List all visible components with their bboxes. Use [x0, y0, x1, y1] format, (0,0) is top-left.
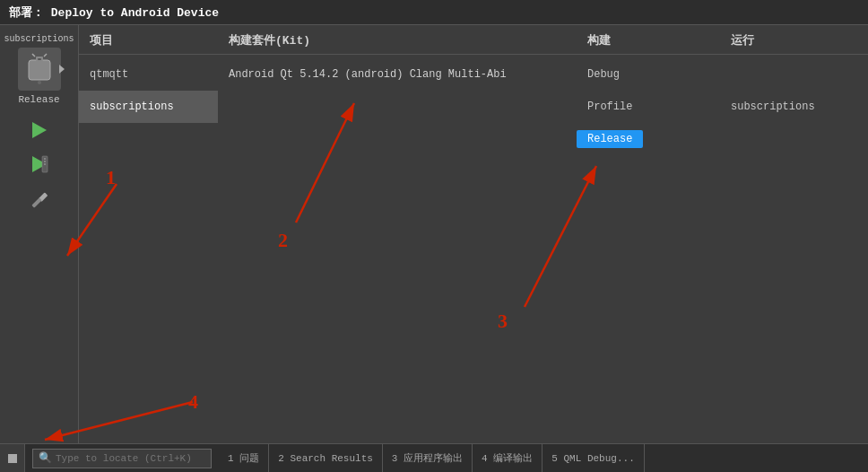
run-button[interactable]	[23, 116, 56, 144]
hammer-icon	[30, 188, 49, 208]
left-sidebar: subscriptions Release	[0, 25, 79, 443]
build-options-cell: Debug Profile Release	[577, 58, 720, 155]
stop-button[interactable]	[0, 444, 25, 473]
debug-run-icon	[30, 154, 49, 174]
build-button[interactable]	[23, 184, 56, 213]
search-input[interactable]	[56, 453, 199, 464]
header-title: 部署： Deploy to Android Device	[9, 4, 219, 21]
run-cell-subscriptions: subscriptions	[720, 91, 864, 123]
debug-run-button[interactable]	[23, 150, 56, 179]
sidebar-release-label: Release	[18, 94, 59, 105]
col-header-kit: 构建套件(Kit)	[218, 32, 577, 48]
annotation-4: 4	[188, 390, 198, 414]
run-cell-qtmqtt	[720, 58, 864, 91]
play-icon	[32, 122, 47, 138]
svg-line-4	[32, 54, 35, 57]
annotation-2: 2	[278, 229, 288, 252]
table-row: qtmqtt Android Qt 5.14.2 (android) Clang…	[79, 58, 868, 91]
tab-qml-debug[interactable]: 5 QML Debug...	[542, 444, 644, 473]
tab-search-results[interactable]: 2 Search Results	[269, 444, 383, 473]
project-cell-qtmqtt[interactable]: qtmqtt	[79, 58, 218, 91]
main-layout: subscriptions Release	[0, 25, 868, 443]
bottom-tabs: 1 问题 2 Search Results 3 应用程序输出 4 编译输出 5 …	[219, 444, 645, 473]
build-option-release[interactable]: Release	[577, 123, 720, 155]
bottom-bar: 🔍 1 问题 2 Search Results 3 应用程序输出 4 编译输出 …	[0, 443, 868, 472]
column-headers: 项目 构建套件(Kit) 构建 运行	[79, 25, 868, 55]
svg-point-1	[38, 81, 41, 84]
android-icon	[25, 53, 54, 85]
col-header-build: 构建	[577, 32, 720, 48]
build-option-profile[interactable]: Profile	[577, 91, 720, 123]
annotation-3: 3	[498, 310, 508, 333]
sidebar-device-icon[interactable]	[18, 48, 61, 91]
header-bar: 部署： Deploy to Android Device	[0, 0, 868, 25]
tab-compile-output[interactable]: 4 编译输出	[473, 444, 542, 473]
build-option-debug[interactable]: Debug	[577, 58, 720, 91]
content-area: 项目 构建套件(Kit) 构建 运行 qtmqtt Android Qt 5.1…	[79, 25, 868, 443]
header-deploy-title: Deploy to Android Device	[51, 6, 219, 20]
annotation-1: 1	[106, 166, 116, 189]
tab-issues[interactable]: 1 问题	[219, 444, 269, 473]
kit-cell-subscriptions[interactable]	[218, 91, 577, 123]
kit-cell-qtmqtt[interactable]: Android Qt 5.14.2 (android) Clang Multi-…	[218, 58, 577, 91]
svg-rect-0	[29, 60, 50, 80]
tab-app-output[interactable]: 3 应用程序输出	[383, 444, 473, 473]
stop-icon	[8, 454, 17, 463]
col-header-run: 运行	[720, 32, 864, 48]
col-header-project: 项目	[79, 32, 218, 48]
project-cell-subscriptions[interactable]: subscriptions	[79, 91, 218, 123]
sidebar-project-label: subscriptions	[4, 34, 74, 44]
table-row: subscriptions Debug Profile Release	[79, 91, 868, 123]
header-prefix: 部署：	[9, 6, 44, 20]
search-icon: 🔍	[39, 451, 52, 465]
table-body: qtmqtt Android Qt 5.14.2 (android) Clang…	[79, 55, 868, 123]
svg-line-5	[44, 54, 47, 57]
svg-rect-3	[38, 58, 41, 60]
svg-rect-12	[31, 197, 41, 207]
search-box[interactable]: 🔍	[32, 449, 212, 468]
